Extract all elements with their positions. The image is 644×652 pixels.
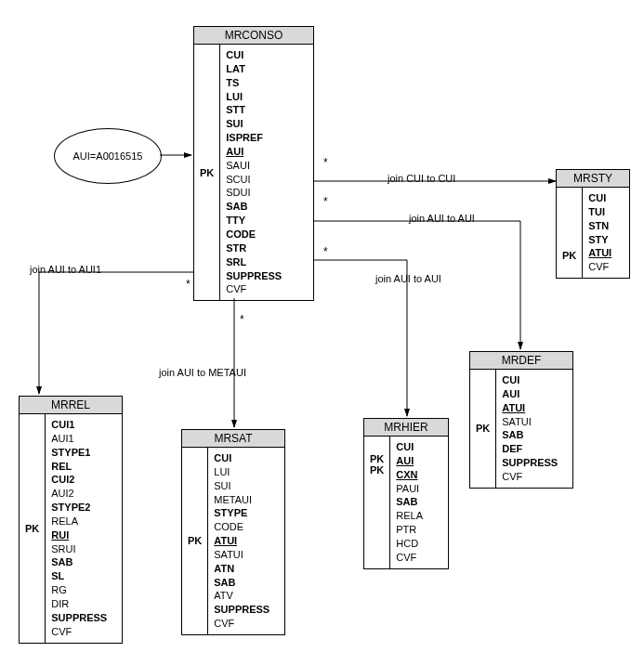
column-item: LUI (226, 90, 282, 104)
column-item: TS (226, 76, 282, 90)
column-item: DIR (51, 597, 107, 611)
column-item: ATV (214, 589, 269, 603)
column-item: REL (51, 460, 107, 474)
column-item: CVF (214, 617, 269, 631)
entity-mrsty-cols: CUITUISTNSTYATUICVF (583, 188, 617, 278)
entity-mrrel: MRREL PK CUI1AUI1STYPE1RELCUI2AUI2STYPE2… (19, 396, 123, 644)
column-item: CUI (226, 48, 282, 62)
column-item: CVF (588, 260, 611, 274)
column-item: SAB (396, 495, 423, 509)
entity-mrsat-pkcol: PK (182, 448, 208, 634)
start-node: AUI=A0016515 (54, 128, 162, 184)
edge-label-mrsty: join CUI to CUI (386, 173, 457, 184)
column-item: ATN (214, 562, 269, 576)
edge-label-mrdef: join AUI to AUI (407, 213, 477, 224)
column-item: CUI (396, 440, 423, 454)
edge-label-mrhier: join AUI to AUI (374, 273, 443, 284)
column-item: RELA (396, 509, 423, 523)
column-item: CVF (51, 625, 107, 639)
star-mrsat: * (240, 313, 244, 326)
column-item: CVF (226, 282, 282, 296)
column-item: ATUI (214, 534, 269, 548)
column-item: SUI (214, 479, 269, 493)
column-item: SAB (51, 555, 107, 569)
column-item: STYPE2 (51, 501, 107, 515)
column-item: SATUI (502, 415, 558, 429)
entity-mrdef-pkcol: PK (470, 370, 496, 488)
column-item: METAUI (214, 493, 269, 507)
entity-mrdef-cols: CUIAUIATUISATUISABDEFSUPPRESSCVF (496, 370, 563, 488)
column-item: AUI (502, 387, 558, 401)
column-item: SRL (226, 255, 282, 269)
column-item: CUI2 (51, 473, 107, 487)
entity-mrsty-pkcol: PK (557, 188, 583, 278)
column-item: CODE (226, 228, 282, 241)
column-item: PAUI (396, 482, 423, 496)
column-item: CUI (502, 373, 558, 387)
column-item: CUI1 (51, 418, 107, 432)
entity-mrsat: MRSAT PK CUILUISUIMETAUISTYPECODEATUISAT… (181, 429, 285, 635)
column-item: SATUI (214, 548, 269, 562)
edge-label-mrrel: join AUI to AUI1 (28, 264, 103, 275)
column-item: CUI (588, 191, 611, 205)
column-item: CVF (502, 470, 558, 484)
column-item: AUI (396, 454, 423, 468)
entity-mrrel-header: MRREL (19, 396, 123, 414)
column-item: SAB (214, 576, 269, 590)
column-item: SUPPRESS (502, 456, 558, 470)
column-item: HCD (396, 537, 423, 551)
column-item: SAUI (226, 159, 282, 173)
column-item: LAT (226, 62, 282, 76)
column-item: AUI (226, 145, 282, 159)
entity-mrconso-header: MRCONSO (193, 26, 314, 45)
column-item: SUI (226, 117, 282, 131)
start-node-label: AUI=A0016515 (73, 150, 143, 162)
column-item: STT (226, 103, 282, 117)
column-item: RELA (51, 515, 107, 528)
entity-mrconso-pkcol: PK (194, 45, 220, 300)
column-item: SCUI (226, 173, 282, 187)
entity-mrhier: MRHIER PK PK CUIAUICXNPAUISABRELAPTRHCDC… (363, 418, 449, 569)
column-item: LUI (214, 465, 269, 479)
column-item: SAB (226, 200, 282, 214)
column-item: CUI (214, 451, 269, 465)
column-item: SRUI (51, 542, 107, 556)
star-mrrel: * (186, 278, 191, 291)
column-item: ATUI (502, 401, 558, 415)
column-item: RG (51, 583, 107, 597)
column-item: SDUI (226, 186, 282, 200)
entity-mrsat-cols: CUILUISUIMETAUISTYPECODEATUISATUIATNSABA… (208, 448, 275, 634)
column-item: RUI (51, 528, 107, 542)
star-mrdef: * (323, 195, 328, 208)
column-item: ATUI (588, 246, 611, 260)
column-item: CODE (214, 520, 269, 534)
column-item: STY (588, 233, 611, 247)
star-mrhier: * (323, 245, 328, 258)
star-mrsty: * (323, 156, 328, 169)
entity-mrconso: MRCONSO PK CUILATTSLUISTTSUIISPREFAUISAU… (193, 26, 314, 301)
edge-label-mrsat: join AUI to METAUI (157, 367, 248, 378)
column-item: STYPE (214, 506, 269, 520)
column-item: PTR (396, 523, 423, 537)
entity-mrhier-pkcol: PK PK (364, 437, 390, 568)
entity-mrdef: MRDEF PK CUIAUIATUISATUISABDEFSUPPRESSCV… (469, 351, 573, 489)
column-item: SUPPRESS (51, 611, 107, 625)
entity-mrhier-header: MRHIER (363, 418, 449, 437)
entity-mrrel-cols: CUI1AUI1STYPE1RELCUI2AUI2STYPE2RELARUISR… (46, 414, 112, 643)
column-item: CVF (396, 551, 423, 565)
column-item: STR (226, 241, 282, 255)
column-item: SAB (502, 428, 558, 442)
column-item: TTY (226, 214, 282, 228)
column-item: AUI1 (51, 432, 107, 446)
column-item: SUPPRESS (226, 269, 282, 283)
entity-mrconso-cols: CUILATTSLUISTTSUIISPREFAUISAUISCUISDUISA… (220, 45, 287, 300)
column-item: SUPPRESS (214, 603, 269, 617)
column-item: STYPE1 (51, 446, 107, 460)
entity-mrrel-pkcol: PK (20, 414, 46, 643)
entity-mrsat-header: MRSAT (181, 429, 285, 448)
column-item: STN (588, 219, 611, 233)
column-item: ISPREF (226, 131, 282, 145)
column-item: DEF (502, 442, 558, 456)
column-item: AUI2 (51, 487, 107, 501)
column-item: TUI (588, 205, 611, 219)
